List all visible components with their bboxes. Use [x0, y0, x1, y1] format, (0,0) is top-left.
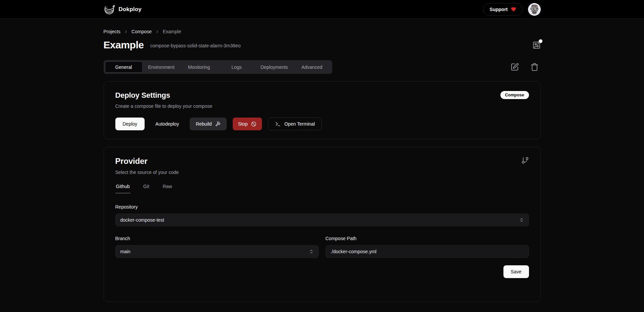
- app-id-text: compose-bypass-solid-state-alarm-3m38eo: [150, 43, 240, 48]
- breadcrumb-projects[interactable]: Projects: [104, 29, 121, 34]
- hammer-icon: [215, 121, 221, 127]
- branch-value: main: [120, 249, 130, 254]
- chevrons-up-down-icon: [309, 249, 314, 254]
- chevron-right-icon: [123, 29, 128, 34]
- square-pen-icon: [510, 63, 519, 71]
- page-title: Example: [104, 39, 144, 51]
- chevron-right-icon: [155, 29, 160, 34]
- brand-name: Dokploy: [119, 6, 142, 13]
- branch-select[interactable]: main: [115, 245, 319, 258]
- repository-value: docker-compose-test: [120, 217, 164, 223]
- tab-general[interactable]: General: [105, 61, 143, 73]
- repository-label: Repository: [115, 204, 529, 210]
- terminal-icon: [275, 121, 281, 127]
- breadcrumb: Projects Compose Example: [104, 29, 541, 34]
- top-navigation-bar: Dokploy Support: [0, 0, 644, 19]
- source-tab-bar: Github Git Raw: [115, 184, 529, 193]
- save-button[interactable]: Save: [503, 265, 529, 278]
- section-tab-bar: General Environment Monitoring Logs Depl…: [104, 60, 332, 74]
- notification-dot: [539, 39, 542, 43]
- tab-logs[interactable]: Logs: [218, 61, 256, 73]
- brand-home-link[interactable]: Dokploy: [104, 4, 142, 15]
- compose-type-badge: Compose: [500, 91, 529, 99]
- deploy-settings-description: Create a compose file to deploy your com…: [115, 103, 213, 109]
- provider-title: Provider: [115, 157, 179, 166]
- deploy-settings-card: Deploy Settings Create a compose file to…: [104, 81, 541, 139]
- branch-label: Branch: [115, 236, 319, 241]
- source-tab-raw[interactable]: Raw: [162, 184, 173, 193]
- compose-path-input[interactable]: [326, 245, 529, 258]
- ban-icon: [251, 121, 257, 127]
- compose-path-label: Compose Path: [326, 236, 529, 241]
- stop-button[interactable]: Stop: [233, 118, 262, 130]
- trash-icon: [530, 63, 539, 71]
- tab-monitoring[interactable]: Monitoring: [180, 61, 218, 73]
- main-content: Projects Compose Example Example compose…: [104, 19, 541, 302]
- edit-compose-button[interactable]: [510, 63, 519, 71]
- tab-deployments[interactable]: Deployments: [256, 61, 293, 73]
- tab-environment[interactable]: Environment: [143, 61, 180, 73]
- breadcrumb-compose[interactable]: Compose: [131, 29, 152, 34]
- deploy-settings-title: Deploy Settings: [115, 91, 213, 100]
- chevrons-up-down-icon: [519, 218, 524, 222]
- breadcrumb-current: Example: [163, 29, 181, 34]
- user-avatar[interactable]: [528, 3, 541, 16]
- support-label: Support: [490, 7, 508, 12]
- repository-select[interactable]: docker-compose-test: [115, 214, 529, 226]
- provider-card: Provider Select the source of your code …: [104, 147, 541, 302]
- rebuild-button[interactable]: Rebuild: [190, 118, 226, 130]
- delete-compose-button[interactable]: [530, 63, 539, 71]
- support-button[interactable]: Support: [483, 3, 523, 16]
- git-branch-icon: [521, 157, 529, 164]
- provider-description: Select the source of your code: [115, 170, 179, 175]
- source-tab-git[interactable]: Git: [143, 184, 150, 193]
- open-terminal-label: Open Terminal: [284, 121, 315, 127]
- deploy-button[interactable]: Deploy: [115, 118, 145, 130]
- dokploy-whale-logo-icon: [104, 4, 115, 15]
- rebuild-label: Rebuild: [196, 121, 212, 127]
- open-terminal-button[interactable]: Open Terminal: [268, 118, 322, 130]
- stop-label: Stop: [238, 121, 248, 127]
- source-tab-github[interactable]: Github: [115, 184, 130, 193]
- containers-status-button[interactable]: [532, 41, 541, 49]
- tab-advanced[interactable]: Advanced: [293, 61, 331, 73]
- autodeploy-button[interactable]: Autodeploy: [151, 118, 184, 130]
- heart-icon: [511, 7, 516, 12]
